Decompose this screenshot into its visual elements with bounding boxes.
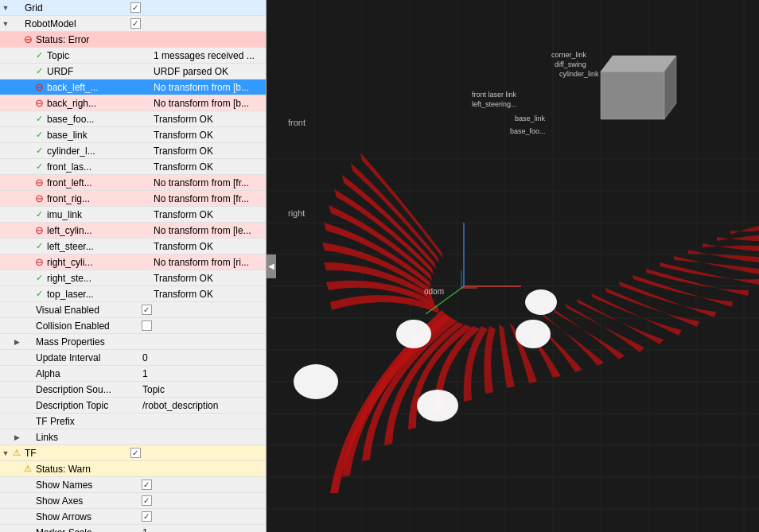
row-value-urdf: URDF parsed OK [150,66,264,77]
tree-row-front_las[interactable]: ✓front_las...Transform OK [0,159,266,175]
svg-text:left_steering...: left_steering... [472,100,517,108]
row-label-urdf: URDF [47,66,150,77]
row-label-right_cyli: right_cyli... [47,257,150,268]
checkbox-indicator-tf: ✓ [130,448,141,458]
checkbox-robotmodel[interactable]: ✓ [128,17,142,31]
tree-row-status-error[interactable]: ⊖Status: Error [0,32,266,48]
status-icon-right_ste: ✓ [33,273,45,284]
tree-row-cylinder_l[interactable]: ✓cylinder_l...Transform OK [0,143,266,159]
status-icon-base_foo: ✓ [33,114,45,125]
tree-row-status-warn[interactable]: ⚠Status: Warn [0,461,266,477]
tree-row-mass_prop[interactable]: ▶Mass Properties [0,334,266,350]
checkbox-grid[interactable]: ✓ [128,1,142,15]
svg-marker-30 [601,56,676,72]
collapse-arrow-icon: ◀ [268,262,274,270]
expand-icon-robotmodel[interactable]: ▼ [2,20,10,28]
checkbox-show_axes[interactable]: ✓ [139,494,154,508]
status-icon-front_las: ✓ [33,161,45,173]
tree-row-right_cyli[interactable]: ⊖right_cyli...No transform from [ri... [0,254,266,270]
tree-row-alpha[interactable]: Alpha1 [0,366,266,382]
panel-collapse-button[interactable]: ◀ [267,254,276,278]
row-value-right_ste: Transform OK [150,273,264,284]
tree-row-back_left[interactable]: ⊖back_left_...No transform from [b... [0,80,266,95]
row-label-right_ste: right_ste... [47,273,150,284]
row-label-robotmodel: RobotModel [25,18,128,29]
row-value-back_right: No transform from [b... [150,98,264,109]
tree-row-visual_en[interactable]: Visual Enabled✓ [0,302,266,318]
expand-icon-mass_prop[interactable]: ▶ [13,338,21,346]
svg-point-24 [294,364,338,399]
tree-row-back_right[interactable]: ⊖back_righ...No transform from [b... [0,95,266,111]
status-icon-back_right: ⊖ [33,98,45,109]
tree-row-desc_topic[interactable]: Description Topic/robot_description [0,398,266,414]
checkbox-collision_en[interactable] [139,319,154,333]
row-label-links: Links [36,432,139,443]
tree-row-robotmodel[interactable]: ▼RobotModel✓ [0,16,266,32]
expand-icon-links[interactable]: ▶ [13,433,21,441]
tree-row-right_ste[interactable]: ✓right_ste...Transform OK [0,270,266,286]
status-icon-back_left: ⊖ [33,82,45,93]
tree-row-left_steer[interactable]: ✓left_steer...Transform OK [0,239,266,254]
row-label-base_foo: base_foo... [47,114,150,125]
row-label-cylinder_l: cylinder_l... [47,146,150,157]
tree-row-top_laser[interactable]: ✓top_laser...Transform OK [0,286,266,302]
svg-text:corner_link: corner_link [551,51,587,59]
checkbox-indicator-show_names: ✓ [142,480,152,490]
tree-row-grid[interactable]: ▼Grid✓ [0,0,266,16]
row-label-imu_link: imu_link [47,209,150,220]
tree-row-front_right[interactable]: ⊖front_rig...No transform from [fr... [0,191,266,207]
tree-row-collision_en[interactable]: Collision Enabled [0,318,266,334]
tree-row-topic[interactable]: ✓Topic1 messages received ... [0,48,266,64]
tree-row-tf[interactable]: ▼⚠TF✓ [0,445,266,461]
row-label-desc_topic: Description Topic [36,400,139,411]
svg-point-25 [396,320,431,348]
tree-row-base_foo[interactable]: ✓base_foo...Transform OK [0,111,266,127]
row-value-left_steer: Transform OK [150,241,264,252]
tree-row-tf_prefix[interactable]: TF Prefix [0,414,266,429]
tree-row-show_axes[interactable]: Show Axes✓ [0,493,266,509]
tree-row-show_names[interactable]: Show Names✓ [0,477,266,493]
tree-row-links[interactable]: ▶Links [0,429,266,445]
tree-row-show_arrows[interactable]: Show Arrows✓ [0,509,266,525]
status-icon-right_cyli: ⊖ [33,257,45,268]
row-label-front_las: front_las... [47,161,150,173]
status-icon-topic: ✓ [33,50,45,61]
tree-row-urdf[interactable]: ✓URDFURDF parsed OK [0,64,266,80]
row-value-front_left: No transform from [fr... [150,177,264,188]
checkbox-visual_en[interactable]: ✓ [139,303,154,317]
tree-row-base_link[interactable]: ✓base_linkTransform OK [0,127,266,143]
tree-row-marker_scale[interactable]: Marker Scale1 [0,525,266,532]
tree-row-left_cylin[interactable]: ⊖left_cylin...No transform from [le... [0,223,266,239]
tree-row-desc_sou[interactable]: Description Sou...Topic [0,382,266,398]
row-label-update_int: Update Interval [36,352,139,363]
row-label-desc_sou: Description Sou... [36,384,139,395]
tree-row-imu_link[interactable]: ✓imu_linkTransform OK [0,207,266,223]
status-icon-base_link: ✓ [33,130,45,141]
row-label-base_link: base_link [47,130,150,141]
row-label-marker_scale: Marker Scale [36,527,139,533]
row-value-front_las: Transform OK [150,161,264,173]
status-icon-imu_link: ✓ [33,209,45,220]
row-value-marker_scale: 1 [139,527,264,533]
checkbox-tf[interactable]: ✓ [128,446,142,460]
tree-row-update_int[interactable]: Update Interval0 [0,350,266,366]
status-icon-urdf: ✓ [33,66,45,77]
3d-viewport[interactable]: front right odom corner_link diff_swing … [267,0,759,532]
svg-text:base_foo...: base_foo... [510,127,546,135]
row-label-front_left: front_left... [47,177,150,188]
row-value-update_int: 0 [139,352,264,363]
checkbox-show_names[interactable]: ✓ [139,478,154,492]
row-value-alpha: 1 [139,368,264,379]
row-value-desc_sou: Topic [139,384,264,395]
checkbox-show_arrows[interactable]: ✓ [139,510,154,524]
svg-text:diff_swing: diff_swing [555,60,586,68]
row-label-back_right: back_righ... [47,98,150,109]
row-value-topic: 1 messages received ... [150,50,264,61]
status-icon-left_cylin: ⊖ [33,225,45,236]
tree-row-front_left[interactable]: ⊖front_left...No transform from [fr... [0,175,266,191]
checkbox-indicator-visual_en: ✓ [142,305,152,315]
row-label-alpha: Alpha [36,368,139,379]
expand-icon-grid[interactable]: ▼ [2,4,10,12]
expand-icon-tf[interactable]: ▼ [2,449,10,457]
row-label-show_arrows: Show Arrows [36,511,139,522]
